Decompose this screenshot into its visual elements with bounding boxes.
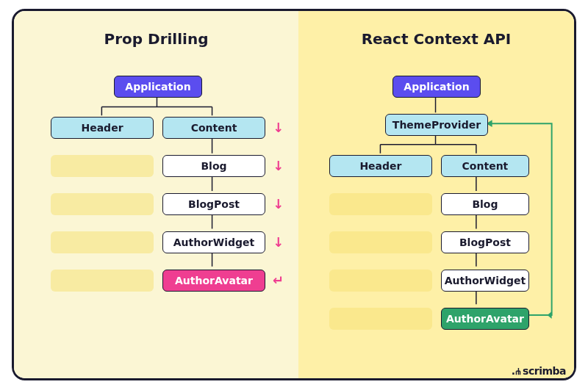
node-header: Header [51, 117, 154, 139]
brand-mark-icon: .𝈘 [512, 365, 520, 377]
placeholder [51, 193, 154, 215]
drill-arrow-icon: ↓ [273, 120, 284, 135]
node-application: Application [114, 76, 202, 98]
node-authorwidget: AuthorWidget [162, 231, 265, 253]
node-blogpost: BlogPost [441, 231, 529, 253]
node-content: Content [162, 117, 265, 139]
drill-arrow-icon: ↓ [273, 158, 284, 173]
placeholder [329, 193, 432, 215]
placeholder [329, 231, 432, 253]
node-authoravatar: AuthorAvatar [441, 308, 529, 330]
prop-drilling-title: Prop Drilling [14, 30, 298, 48]
placeholder [329, 308, 432, 330]
brand-logo: .𝈘scrimba [512, 365, 566, 377]
drill-arrow-icon: ↓ [273, 234, 284, 250]
brand-text: scrimba [523, 365, 566, 377]
drill-arrow-icon: ↓ [273, 196, 284, 212]
prop-drilling-panel: Prop Drilling Application Header Content… [14, 11, 298, 378]
node-blog: Blog [162, 155, 265, 177]
drill-arrow-icon: ↵ [273, 272, 284, 288]
context-api-panel: React Context API [298, 11, 574, 378]
placeholder [51, 231, 154, 253]
node-application: Application [392, 76, 481, 98]
diagram-frame: Prop Drilling Application Header Content… [12, 9, 576, 380]
svg-marker-1 [548, 311, 552, 319]
node-content: Content [441, 155, 529, 177]
node-blogpost: BlogPost [162, 193, 265, 215]
node-header: Header [329, 155, 432, 177]
node-authoravatar: AuthorAvatar [162, 270, 265, 292]
node-authorwidget: AuthorWidget [441, 270, 529, 292]
placeholder [329, 270, 432, 292]
placeholder [51, 155, 154, 177]
context-api-title: React Context API [298, 30, 574, 48]
node-themeprovider: ThemeProvider [385, 114, 488, 136]
placeholder [51, 270, 154, 292]
node-blog: Blog [441, 193, 529, 215]
